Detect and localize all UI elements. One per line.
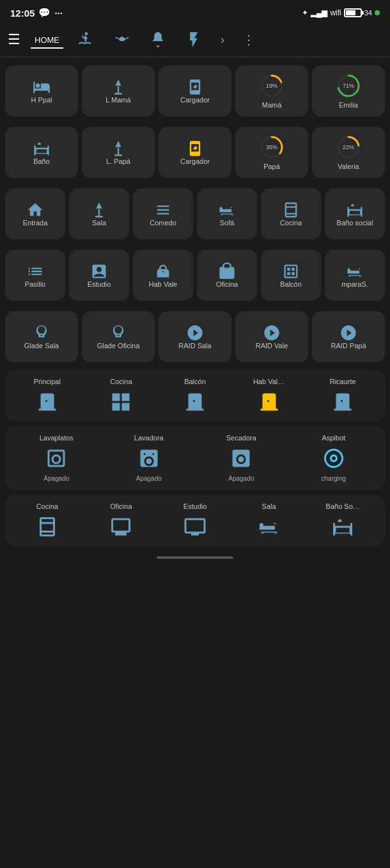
bottom-indicator [157,556,233,559]
device-raid-papa[interactable]: RAID Papá [312,311,385,362]
signal-icon: ▂▄▆ [311,8,328,17]
device-l-papa[interactable]: L. Papá [82,127,155,178]
device-valeria[interactable]: 22% Valeria [312,127,385,178]
device-glade-sala[interactable]: Glade Sala [5,311,78,362]
bottom-sala[interactable]: Sala [232,502,306,538]
appliance-label-lavadora: Lavadora [134,434,164,442]
lamp-papa-icon [109,140,127,157]
device-label-glade-oficina: Glade Oficina [97,342,140,350]
device-emilia[interactable]: 71% Emilia [312,65,385,117]
emilia-progress: 71% [336,73,361,99]
device-cocina[interactable]: Cocina [261,188,321,239]
door-item-cocina[interactable]: Cocina [84,378,159,414]
nav-home[interactable]: HOME [31,33,63,49]
raid-vale-icon [263,324,281,342]
pasillo-icon [26,262,44,280]
device-papa[interactable]: 35% Papá [235,127,308,178]
device-label-pasillo: Pasillo [25,280,45,289]
hamburger-menu[interactable]: ☰ [8,31,20,48]
device-label-mparas: mparaS. [341,280,368,289]
arrow-icon: › [221,33,224,47]
device-pasillo[interactable]: Pasillo [5,250,65,301]
dots-menu-icon: ⋮ [242,32,255,47]
door-item-principal[interactable]: Principal [10,378,84,414]
door-item-hab-val[interactable]: Hab Val… [232,378,306,414]
device-label-l-papa: L. Papá [106,157,130,166]
bell-icon [149,31,167,49]
device-label-comedo: Comedo [150,219,176,227]
device-oficina[interactable]: Oficina [197,250,257,301]
bottom-oficina[interactable]: Oficina [84,502,159,538]
sala-icon [90,201,108,219]
flash-icon [185,31,203,49]
door-balcon-icon [183,390,207,414]
status-left: 12:05 💬 ··· [10,7,63,19]
bottom-sala-icon [258,515,281,538]
door-habval-icon [258,390,281,414]
device-bano[interactable]: Baño [5,127,78,178]
washer-icon [137,447,160,470]
device-raid-vale[interactable]: RAID Vale [235,311,308,362]
bottom-estudio[interactable]: Estudio [158,502,232,538]
bottom-oficina-icon [109,515,132,538]
device-comedo[interactable]: Comedo [133,188,193,239]
charger-icon-1 [186,78,204,96]
bottom-label-bano-so: Baño So… [326,502,360,510]
appliance-secadora[interactable]: Secadora Apagado [195,434,288,482]
doors-section: Principal Cocina Balcón Hab Val… Ricaurt… [5,370,385,421]
green-dot [375,10,380,15]
device-label-estudio: Estudio [88,280,111,289]
nav-pool[interactable] [74,28,99,51]
device-h-ppal[interactable]: H Ppal [5,65,78,117]
device-hab-vale[interactable]: Hab Vale [133,250,193,301]
nav-dots[interactable]: ⋮ [238,29,259,50]
device-sala[interactable]: Sala [69,188,129,239]
bottom-label-estudio: Estudio [183,502,207,510]
dishwasher-icon [45,447,68,470]
bottom-bano-so[interactable]: Baño So… [306,502,380,538]
raid-sala-icon [186,324,204,342]
device-row-4: Pasillo Estudio Hab Vale Oficina Balcón … [5,247,385,303]
device-label-glade-sala: Glade Sala [24,342,59,350]
device-mama[interactable]: 19% Mamá [235,65,308,117]
door-item-balcon[interactable]: Balcón [158,378,232,414]
door-item-ricaurte[interactable]: Ricaurte [306,378,380,414]
door-label-principal: Principal [34,378,61,385]
nav-bat[interactable] [109,28,135,51]
bottom-label-oficina: Oficina [110,502,132,510]
device-mparas[interactable]: mparaS. [325,250,385,301]
device-balcon[interactable]: Balcón [261,250,321,301]
bat-icon [113,31,131,49]
appliance-status-lavadora: Apagado [136,475,162,482]
device-label-sofa: Sofá [220,219,235,227]
device-cargador-1[interactable]: Cargador [159,65,231,117]
bottom-cocina[interactable]: Cocina [10,502,84,538]
mama-progress: 19% [259,73,285,99]
device-estudio[interactable]: Estudio [69,250,129,301]
device-bano-social[interactable]: Baño social [325,188,385,239]
device-label-raid-sala: RAID Sala [178,342,211,350]
bottom-section: Cocina Oficina Estudio Sala Baño So… [5,495,385,546]
robot-icon [322,447,345,470]
nav-bell[interactable] [145,28,171,51]
appliance-aspibot[interactable]: Aspibot charging [288,434,380,482]
device-label-oficina: Oficina [216,280,238,289]
door-label-balcon: Balcón [184,378,206,385]
dots-icon: ··· [54,8,63,19]
comedo-icon [154,201,172,219]
device-cargador-2[interactable]: Cargador [159,127,231,178]
battery-level: 34 [364,9,372,17]
lamp-mama-icon [109,78,127,96]
door-label-ricaurte: Ricaurte [330,378,356,385]
device-glade-oficina[interactable]: Glade Oficina [82,311,155,362]
appliance-lavaplatos[interactable]: Lavaplatos Apagado [10,434,103,482]
device-l-mama[interactable]: L Mamá [82,65,155,117]
nav-flash[interactable] [181,28,207,51]
nav-more-arrow[interactable]: › [217,31,228,49]
device-entrada[interactable]: Entrada [5,188,65,239]
glade-oficina-icon [109,324,127,342]
device-raid-sala[interactable]: RAID Sala [159,311,231,362]
device-sofa[interactable]: Sofá [197,188,257,239]
appliance-label-aspibot: Aspibot [322,434,345,442]
appliance-lavadora[interactable]: Lavadora Apagado [103,434,196,482]
